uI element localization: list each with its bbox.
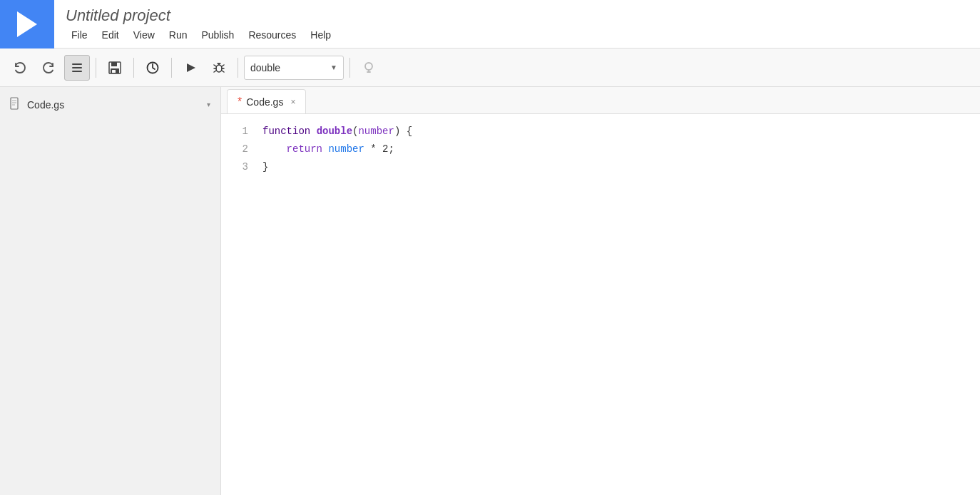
format-list-button[interactable] [64, 55, 90, 81]
save-button[interactable] [102, 55, 128, 81]
code-content[interactable]: function double ( number ) { return numb… [257, 123, 980, 486]
param-number: number [358, 123, 394, 141]
editor[interactable]: 1 2 3 function double ( number ) { retur… [221, 114, 980, 495]
menu-item-run[interactable]: Run [163, 28, 193, 42]
file-dropdown-icon: ▾ [207, 101, 210, 108]
project-title: Untitled project [66, 6, 337, 25]
svg-rect-0 [72, 63, 82, 65]
separator-2 [133, 58, 134, 78]
svg-rect-21 [11, 98, 18, 109]
tabs: * Code.gs × [221, 87, 980, 114]
hint-button[interactable] [356, 55, 382, 81]
run-button[interactable] [178, 55, 203, 81]
function-name: double [317, 123, 352, 141]
line-number: 2 [230, 141, 248, 158]
separator-3 [171, 58, 172, 78]
variable-number: number [328, 141, 364, 158]
svg-point-9 [216, 65, 222, 72]
svg-rect-2 [72, 71, 82, 72]
menu-item-help[interactable]: Help [305, 28, 337, 42]
tab-close-button[interactable]: × [290, 97, 295, 107]
history-button[interactable] [140, 55, 165, 81]
svg-line-14 [214, 71, 216, 72]
header: Untitled project FileEditViewRunPublishR… [0, 0, 980, 49]
function-select-label: double [250, 62, 325, 73]
menu-item-file[interactable]: File [66, 28, 93, 42]
sidebar: Code.gs ▾ [0, 87, 221, 495]
menu-item-edit[interactable]: Edit [96, 28, 125, 42]
main-area: Code.gs ▾ * Code.gs × 1 2 3 function [0, 87, 980, 495]
keyword-return: return [287, 141, 322, 158]
code-line-3: } [262, 158, 974, 176]
undo-button[interactable] [7, 55, 33, 81]
function-select[interactable]: double ▼ [244, 56, 344, 80]
tab-code-gs[interactable]: * Code.gs × [227, 89, 306, 113]
svg-rect-1 [72, 67, 82, 68]
tab-unsaved-indicator: * [238, 96, 242, 108]
debug-button[interactable] [206, 55, 232, 81]
svg-point-18 [365, 63, 372, 70]
logo-arrow-icon [17, 11, 37, 37]
separator-4 [238, 58, 238, 78]
menu-bar: FileEditViewRunPublishResourcesHelp [66, 28, 337, 42]
svg-rect-6 [112, 70, 116, 73]
line-numbers: 1 2 3 [221, 123, 257, 486]
redo-button[interactable] [36, 55, 61, 81]
keyword-function: function [262, 123, 310, 141]
code-area: * Code.gs × 1 2 3 function double ( numb… [221, 87, 980, 495]
tab-label: Code.gs [246, 96, 283, 108]
separator-5 [349, 58, 350, 78]
file-name-label: Code.gs [27, 99, 201, 111]
code-line-1: function double ( number ) { [262, 123, 974, 141]
title-menu-area: Untitled project FileEditViewRunPublishR… [54, 6, 337, 42]
code-line-2: return number * 2; [262, 141, 974, 158]
svg-rect-4 [111, 62, 117, 66]
menu-item-publish[interactable]: Publish [195, 28, 240, 42]
file-icon [10, 97, 21, 112]
file-item-code-gs[interactable]: Code.gs ▾ [0, 93, 220, 116]
svg-line-15 [222, 71, 224, 72]
toolbar: double ▼ [0, 49, 980, 87]
logo[interactable] [0, 0, 54, 49]
menu-item-resources[interactable]: Resources [243, 28, 302, 42]
svg-marker-8 [187, 63, 195, 72]
svg-line-10 [214, 65, 216, 66]
separator-1 [96, 58, 96, 78]
line-number: 3 [230, 158, 248, 176]
svg-line-11 [222, 65, 224, 66]
chevron-down-icon: ▼ [330, 63, 337, 71]
line-number: 1 [230, 123, 248, 141]
menu-item-view[interactable]: View [128, 28, 160, 42]
